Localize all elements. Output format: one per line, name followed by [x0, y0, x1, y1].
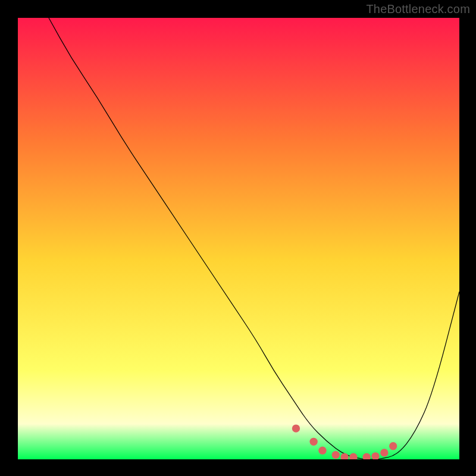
highlight-dot — [318, 446, 326, 454]
highlight-dot — [380, 449, 388, 456]
highlight-dot — [292, 424, 300, 432]
plot-area — [18, 18, 459, 459]
highlight-dot — [389, 442, 397, 450]
chart-svg — [18, 18, 459, 459]
watermark-text: TheBottleneck.com — [366, 2, 470, 16]
highlight-dot — [309, 438, 317, 446]
chart-frame: TheBottleneck.com — [0, 0, 476, 476]
gradient-background — [18, 18, 459, 459]
highlight-dot — [332, 451, 340, 459]
